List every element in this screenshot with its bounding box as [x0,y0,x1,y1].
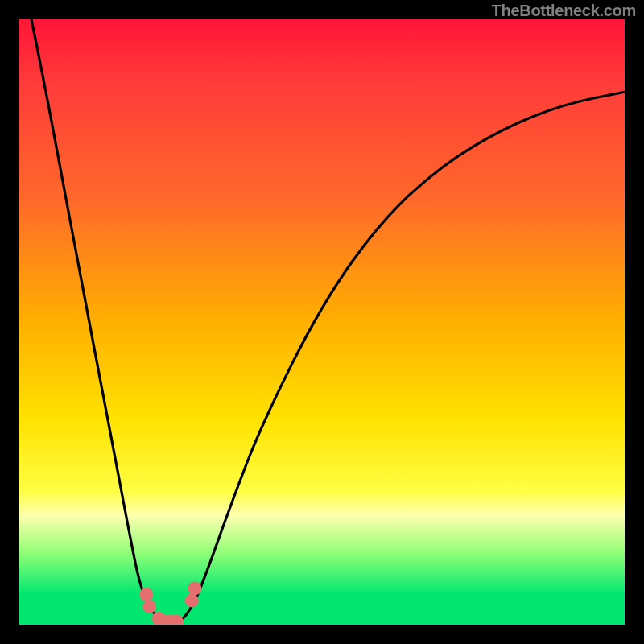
data-point [142,600,156,613]
watermark-text: TheBottleneck.com [492,2,636,20]
chart-svg [19,19,625,625]
data-point [188,581,202,595]
data-point [185,593,199,607]
bottleneck-curve [31,19,625,625]
data-point [139,588,153,601]
data-point-markers [139,581,201,625]
chart-frame: TheBottleneck.com [0,0,644,644]
